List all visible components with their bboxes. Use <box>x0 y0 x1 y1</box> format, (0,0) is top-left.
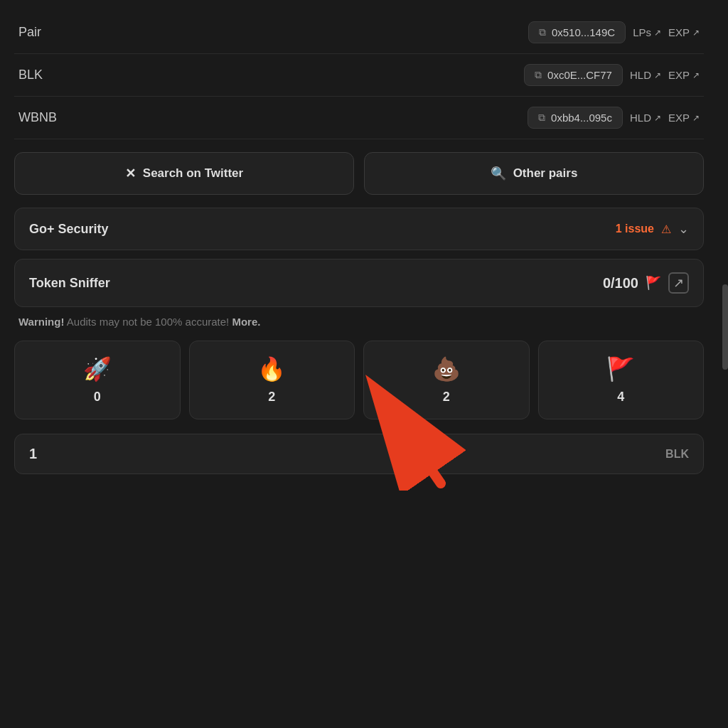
poop-icon: 💩 <box>432 355 461 382</box>
wbnb-label: WBNB <box>18 110 57 125</box>
warning-triangle-icon: ⚠ <box>661 223 671 236</box>
search-twitter-button[interactable]: ✕ Search on Twitter <box>14 152 354 195</box>
security-title: Go+ Security <box>29 222 109 237</box>
warning-section: Warning! Audits may not be 100% accurate… <box>18 316 700 328</box>
warning-more-link[interactable]: More. <box>232 316 260 328</box>
pair-lps-link[interactable]: LPs ↗ <box>633 26 661 38</box>
pair-exp-link[interactable]: EXP ↗ <box>668 26 700 38</box>
poop-count: 2 <box>443 390 450 405</box>
wbnb-exp-link[interactable]: EXP ↗ <box>668 112 700 124</box>
blk-exp-link[interactable]: EXP ↗ <box>668 69 700 81</box>
blk-address: 0xc0E...CF77 <box>547 69 612 81</box>
search-twitter-label: Search on Twitter <box>143 166 243 181</box>
action-buttons: ✕ Search on Twitter 🔍 Other pairs <box>14 152 704 195</box>
security-right: 1 issue ⚠ ⌄ <box>616 221 689 237</box>
pair-address: 0x510...149C <box>552 26 615 38</box>
token-sniffer-card: Token Sniffer 0/100 🚩 ↗ <box>14 259 704 307</box>
twitter-icon: ✕ <box>125 166 136 181</box>
copy-icon-blk[interactable]: ⧉ <box>535 69 542 81</box>
rocket-icon: 🚀 <box>83 355 112 382</box>
poop-stat-card[interactable]: 💩 2 <box>363 341 530 419</box>
wbnb-hld-link[interactable]: HLD ↗ <box>630 112 661 124</box>
wbnb-address: 0xbb4...095c <box>551 112 612 124</box>
blk-row: BLK ⧉ 0xc0E...CF77 HLD ↗ EXP ↗ <box>14 54 704 97</box>
flag-count: 4 <box>617 390 624 405</box>
flag-icon: 🚩 <box>646 275 661 291</box>
search-icon: 🔍 <box>491 166 506 181</box>
bottom-bar: 1 BLK <box>14 434 704 474</box>
token-sniffer-title: Token Sniffer <box>29 276 110 291</box>
flag-stat-card[interactable]: 🚩 4 <box>538 341 705 419</box>
blk-hld-link[interactable]: HLD ↗ <box>630 69 661 81</box>
security-header: Go+ Security 1 issue ⚠ ⌄ <box>29 221 689 237</box>
other-pairs-label: Other pairs <box>513 166 578 181</box>
token-sniffer-right: 0/100 🚩 ↗ <box>603 272 689 294</box>
rocket-count: 0 <box>94 390 101 405</box>
emoji-stats-grid: 🚀 0 🔥 2 💩 2 🚩 4 <box>14 341 704 419</box>
wbnb-row: WBNB ⧉ 0xbb4...095c HLD ↗ EXP ↗ <box>14 97 704 139</box>
wbnb-address-badge[interactable]: ⧉ 0xbb4...095c <box>528 107 623 129</box>
scrollbar[interactable] <box>722 0 728 728</box>
pair-address-badge[interactable]: ⧉ 0x510...149C <box>528 21 626 43</box>
issue-badge: 1 issue <box>616 223 654 235</box>
blk-right: ⧉ 0xc0E...CF77 HLD ↗ EXP ↗ <box>524 64 700 86</box>
token-sniffer-header: Token Sniffer 0/100 🚩 ↗ <box>29 272 689 294</box>
flag-stat-icon: 🚩 <box>606 355 635 382</box>
rocket-stat-card[interactable]: 🚀 0 <box>14 341 181 419</box>
pair-label: Pair <box>18 25 41 40</box>
fire-icon: 🔥 <box>257 355 286 382</box>
copy-icon[interactable]: ⧉ <box>539 26 546 38</box>
warning-body: Audits may not be 100% accurate! <box>67 316 232 328</box>
external-link-icon[interactable]: ↗ <box>668 272 689 294</box>
bottom-value: 1 <box>29 446 37 462</box>
pair-row: Pair ⧉ 0x510...149C LPs ↗ EXP ↗ <box>14 11 704 54</box>
warning-prefix: Warning! <box>18 316 64 328</box>
wbnb-right: ⧉ 0xbb4...095c HLD ↗ EXP ↗ <box>528 107 700 129</box>
blk-label: BLK <box>18 68 43 82</box>
bottom-label: BLK <box>665 448 689 461</box>
scrollbar-thumb[interactable] <box>722 284 728 370</box>
fire-count: 2 <box>268 390 275 405</box>
copy-icon-wbnb[interactable]: ⧉ <box>538 112 545 124</box>
token-score: 0/100 <box>603 275 638 291</box>
blk-address-badge[interactable]: ⧉ 0xc0E...CF77 <box>524 64 623 86</box>
fire-stat-card[interactable]: 🔥 2 <box>189 341 355 419</box>
other-pairs-button[interactable]: 🔍 Other pairs <box>364 152 704 195</box>
security-card: Go+ Security 1 issue ⚠ ⌄ <box>14 208 704 250</box>
pair-right: ⧉ 0x510...149C LPs ↗ EXP ↗ <box>528 21 700 43</box>
chevron-down-icon[interactable]: ⌄ <box>678 221 689 237</box>
